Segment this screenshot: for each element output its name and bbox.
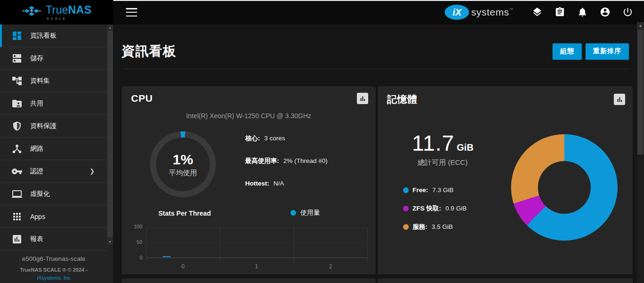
sidebar-item-data-protection[interactable]: 資料保護 ❯	[0, 115, 107, 137]
sidebar-item-network[interactable]: 網路 ❯	[0, 137, 107, 160]
stat-value: 2% (Thread #0)	[283, 157, 328, 164]
sidebar-item-icon	[11, 143, 23, 154]
truenas-logo[interactable]: TrueNAS SCALE	[0, 0, 113, 24]
header-buttons: 組態重新排序	[553, 43, 629, 60]
scroll-up-icon[interactable]: ▲	[637, 22, 644, 29]
y-tick: 50	[126, 239, 142, 245]
sidebar-item-icon	[11, 234, 23, 245]
legend-label: 服務:	[413, 224, 428, 230]
cpu-chart-legend: 使用量	[290, 209, 320, 217]
sidebar-item-dashboard[interactable]: 資訊看板 ❯	[0, 24, 107, 47]
memory-legend-row: 服務: 3.5 GiB	[403, 224, 467, 230]
bar-chart-icon	[616, 96, 623, 103]
sidebar-item-icon	[11, 188, 23, 200]
cpu-card-title: CPU	[131, 93, 153, 104]
ixsystems-logo[interactable]: iX systems ™	[445, 5, 513, 20]
sidebar-nav: 資訊看板 ❯ 儲存 ❯ 資料集 ❯ 共用 ❯ 資	[0, 24, 113, 251]
sidebar-item-icon	[11, 166, 23, 177]
page-title: 資訊看板	[122, 42, 176, 60]
y-tick: 0	[126, 255, 142, 260]
sidebar-item-icon	[11, 98, 23, 109]
cpu-reports-button[interactable]	[357, 93, 368, 104]
memory-total-value: 11.7	[412, 131, 454, 155]
sidebar-item-icon	[11, 30, 23, 41]
sidebar-scrollbar[interactable]: ▲ ▼	[107, 24, 113, 245]
truenas-logo-icon	[22, 5, 41, 20]
stat-value: N/A	[273, 180, 284, 187]
topbar: TrueNAS SCALE iX systems ™	[0, 0, 644, 24]
sidebar-item-label: 資料集	[30, 77, 50, 85]
memory-donut-chart	[511, 134, 618, 241]
topbar-actions	[532, 7, 634, 18]
reorder-button[interactable]: 重新排序	[586, 43, 629, 60]
legend-label: 使用量	[300, 209, 320, 217]
main-scroll-thumb[interactable]	[637, 30, 644, 154]
legend-label: Free:	[413, 187, 428, 194]
sidebar-item-label: 報表	[30, 235, 43, 243]
ixsystems-link[interactable]: iXsystems, Inc	[0, 275, 107, 281]
cpu-stat-row: Hottest:N/A	[245, 180, 328, 187]
notifications-bell-icon[interactable]	[577, 7, 588, 18]
memory-total-label: 總計可用 (ECC)	[403, 158, 483, 167]
x-tick: 2	[321, 263, 340, 270]
sidebar-item-apps[interactable]: Apps ❯	[0, 205, 107, 228]
sidebar: 資訊看板 ❯ 儲存 ❯ 資料集 ❯ 共用 ❯ 資	[0, 24, 113, 283]
menu-icon[interactable]	[126, 8, 137, 16]
thread-chart-title: Stats Per Thread	[158, 210, 211, 217]
cpu-stats: 核心:3 cores 最高使用率:2% (Thread #0) Hottest:…	[245, 135, 328, 203]
sidebar-item-datasets[interactable]: 資料集 ❯	[0, 70, 107, 92]
sidebar-item-label: 資訊看板	[30, 32, 57, 40]
sidebar-item-credentials[interactable]: 認證 ❯	[0, 160, 107, 183]
legend-dot	[290, 210, 296, 216]
brand-sub: SCALE	[46, 17, 91, 20]
scroll-down-icon[interactable]: ▼	[107, 239, 113, 245]
sidebar-item-icon	[11, 75, 23, 87]
memory-legend-row: Free: 7.3 GiB	[403, 187, 467, 194]
x-tick: 1	[247, 263, 266, 270]
x-tick: 0	[173, 263, 192, 270]
stat-label: Hottest:	[245, 180, 269, 187]
stat-label: 最高使用率:	[245, 157, 279, 164]
sidebar-item-icon	[11, 121, 23, 132]
memory-legend-row: ZFS 快取: 0.9 GiB	[403, 205, 467, 212]
configure-button[interactable]: 組態	[553, 43, 582, 60]
cpu-model: Intel(R) Xeon(R) W-1250 CPU @ 3.30GHz	[122, 112, 376, 120]
sidebar-scroll-thumb[interactable]	[107, 31, 113, 237]
sidebar-item-icon	[11, 211, 23, 222]
sidebar-item-shares[interactable]: 共用 ❯	[0, 92, 107, 115]
sidebar-item-storage[interactable]: 儲存 ❯	[0, 47, 107, 70]
legend-dot	[403, 224, 409, 230]
thread-usage-bar	[163, 256, 171, 257]
hostname: e500g6-Truenas-scale	[0, 255, 107, 262]
stat-label: 核心:	[245, 135, 260, 142]
bar-chart-icon	[359, 95, 366, 102]
sidebar-item-virtualization[interactable]: 虛擬化 ❯	[0, 183, 107, 205]
thread-usage-chart	[146, 227, 368, 258]
scroll-up-icon[interactable]: ▲	[107, 24, 113, 31]
memory-card: 記憶體 11.7GiB 總計可用 (ECC) Free: 7.3 GiB ZFS…	[378, 86, 633, 275]
sidebar-item-label: 共用	[30, 99, 43, 108]
sidebar-item-reporting[interactable]: 報表 ❯	[0, 228, 107, 251]
ix-text: systems	[471, 7, 509, 18]
power-icon[interactable]	[622, 7, 634, 18]
memory-card-title: 記憶體	[387, 93, 418, 106]
main-content: 資訊看板 組態重新排序 CPU Intel(R) Xeon(R) W-1250 …	[113, 24, 644, 283]
memory-total-unit: GiB	[457, 142, 474, 153]
copyright: TrueNAS SCALE ® © 2024 -	[0, 267, 107, 273]
top-light-strip	[113, 0, 644, 1]
truecommand-icon[interactable]	[532, 7, 543, 18]
legend-label: ZFS 快取:	[413, 205, 441, 212]
legend-dot	[403, 206, 409, 211]
sidebar-item-label: Apps	[30, 213, 45, 220]
jobs-clipboard-icon[interactable]	[554, 7, 566, 18]
cpu-stat-row: 最高使用率:2% (Thread #0)	[245, 158, 328, 164]
user-avatar-icon[interactable]	[600, 7, 611, 18]
cpu-avg-usage-label: 平均使用	[169, 169, 197, 178]
cpu-avg-usage-value: 1%	[173, 152, 193, 168]
cpu-stat-row: 核心:3 cores	[245, 135, 328, 142]
main-scrollbar[interactable]: ▲	[637, 22, 644, 283]
legend-value: 7.3 GiB	[432, 187, 454, 194]
ix-badge: iX	[445, 5, 469, 20]
cpu-card: CPU Intel(R) Xeon(R) W-1250 CPU @ 3.30GH…	[122, 86, 376, 275]
memory-reports-button[interactable]	[614, 94, 625, 105]
